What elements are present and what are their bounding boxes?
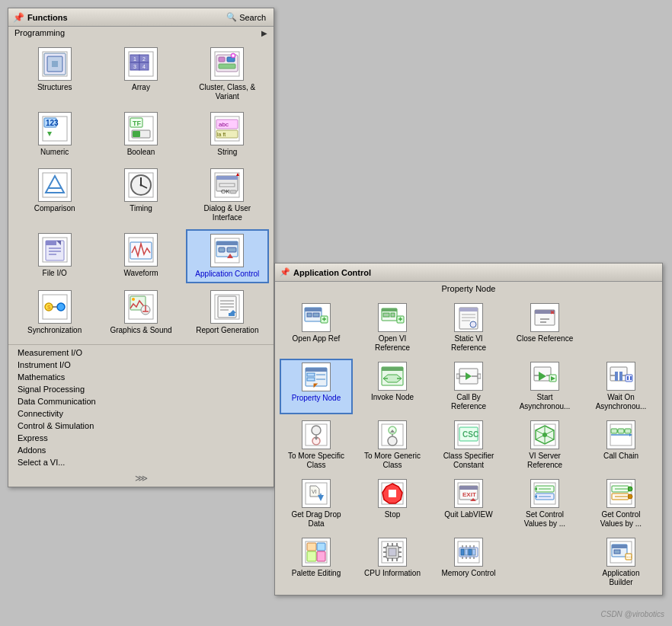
list-item-measurement[interactable]: Measurement I/O [14, 347, 267, 359]
app-icon-label-viserverref: VI Server Reference [517, 452, 574, 470]
app-icon-label-tospecific: To More Specific Class [288, 452, 345, 470]
list-item-instrument[interactable]: Instrument I/O [14, 359, 267, 371]
icon-structures[interactable]: Structures [13, 43, 96, 105]
list-item-signal[interactable]: Signal Processing [14, 383, 267, 395]
icon-togeneric[interactable]: To More Generic Class [356, 417, 429, 473]
icon-getcontrol[interactable]: Get Control Values by ... [584, 476, 658, 532]
icon-closeref[interactable]: Close Reference [508, 300, 581, 356]
icon-getdragdrop[interactable]: VI Get Drag Drop Data [280, 476, 353, 532]
svg-point-160 [542, 433, 547, 437]
app-icon-label-paletteedit: Palette Editing [292, 569, 341, 578]
icon-report[interactable]: Report Generation [186, 286, 269, 340]
list-item-express[interactable]: Express [14, 432, 267, 444]
icon-dialog[interactable]: OK Dialog & User Interface [186, 164, 269, 226]
app-icon-label-cpuinfo: CPU Information [364, 569, 421, 578]
icon-box-structures [38, 47, 72, 81]
icon-cpuinfo[interactable]: CPU Information [356, 535, 429, 590]
app-icon-label-callbyref: Call By Reference [440, 393, 498, 411]
icon-viserverref[interactable]: VI Server Reference [508, 417, 581, 473]
icon-box-dialog: OK [210, 168, 244, 202]
icon-box-openviref [378, 303, 407, 332]
icon-comparison[interactable]: Comparison [13, 164, 96, 226]
icon-sync[interactable]: S Synchronization [13, 286, 96, 340]
icon-fileio[interactable]: File I/O [13, 229, 96, 283]
icon-label-string: String [217, 148, 237, 157]
icon-invokenode[interactable]: Invoke Node [356, 359, 429, 414]
svg-rect-163 [618, 429, 624, 433]
svg-rect-162 [611, 429, 617, 433]
icon-box-memcontrol [454, 538, 483, 567]
list-item-datacomm[interactable]: Data Communication [14, 395, 267, 407]
icon-box-closeref [530, 303, 559, 332]
icon-quitlabview[interactable]: EXIT Quit LabVIEW [432, 476, 505, 532]
icon-label-boolean: Boolean [127, 148, 155, 157]
svg-rect-179 [459, 486, 478, 490]
icon-numeric[interactable]: 123 Numeric [13, 108, 96, 161]
icon-box-comparison [38, 168, 72, 202]
svg-point-41 [139, 184, 142, 187]
icon-label-structures: Structures [37, 83, 72, 92]
icon-boolean[interactable]: TF Boolean [99, 108, 182, 161]
icon-box-staticviref [454, 303, 483, 332]
svg-text:VI: VI [312, 489, 317, 494]
list-item-connectivity[interactable]: Connectivity [14, 407, 267, 420]
list-item-mathematics[interactable]: Mathematics [14, 371, 267, 383]
pin-icon: 📌 [13, 12, 24, 23]
svg-point-148 [388, 436, 397, 446]
more-arrows-icon: ⋙ [135, 473, 148, 484]
svg-text:la ft: la ft [217, 132, 226, 137]
icon-string[interactable]: abc la ft String [186, 108, 269, 161]
svg-text:CSC: CSC [462, 430, 478, 439]
icon-cluster[interactable]: Cluster, Class, & Variant [186, 43, 269, 105]
svg-point-19 [232, 55, 235, 57]
list-item-addons[interactable]: Addons [14, 444, 267, 456]
app-icon-label-stop: Stop [385, 510, 401, 519]
panel-subtitle: Programming ▶ [8, 27, 274, 39]
app-icon-label-memcontrol: Memory Control [441, 569, 495, 578]
icon-waitasync[interactable]: Wait On Asynchronou... [584, 359, 658, 414]
list-item-selectvi[interactable]: Select a VI... [14, 456, 267, 468]
icon-openappref[interactable]: Open App Ref [280, 300, 353, 356]
icon-classspecifier[interactable]: CSC Class Specifier Constant [432, 417, 505, 473]
icon-startasync[interactable]: Start Asynchronou... [508, 359, 581, 414]
icon-openviref[interactable]: Open VI Reference [356, 300, 429, 356]
icon-label-cluster: Cluster, Class, & Variant [193, 83, 261, 101]
icon-box-tospecific [302, 420, 331, 449]
icon-tospecific[interactable]: To More Specific Class [280, 417, 353, 473]
icon-array[interactable]: 1 2 3 4 Array [99, 43, 182, 105]
icon-box-stop [378, 479, 407, 508]
functions-panel: 📌 Functions 🔍 Search Programming ▶ Struc… [8, 8, 274, 487]
svg-rect-45 [219, 184, 235, 187]
icon-label-sync: Synchronization [27, 326, 82, 335]
icon-memcontrol[interactable]: Memory Control [432, 535, 505, 590]
icon-callbyref[interactable]: Call By Reference [432, 359, 505, 414]
svg-rect-62 [227, 248, 236, 252]
icon-box-string: abc la ft [210, 112, 244, 145]
icon-appbuilder[interactable]: ··· Application Builder [584, 535, 658, 590]
svg-rect-61 [219, 248, 225, 252]
app-icon-label-propnode: Property Node [292, 394, 341, 403]
icon-waveform[interactable]: Waveform [99, 229, 182, 283]
svg-rect-218 [461, 549, 464, 555]
icon-propnode[interactable]: Property Node [280, 359, 353, 414]
icon-staticviref[interactable]: Static VI Reference [432, 300, 505, 356]
svg-text:OK: OK [221, 188, 230, 195]
icon-setcontrol[interactable]: Set Control Values by ... [508, 476, 581, 532]
icon-box-getdragdrop: VI [302, 479, 331, 508]
icon-paletteedit[interactable]: Palette Editing [280, 535, 353, 590]
svg-rect-51 [46, 241, 56, 245]
icon-stop[interactable]: Stop [356, 476, 429, 532]
app-icon-label-openviref: Open VI Reference [364, 334, 421, 353]
icon-graphics[interactable]: Graphics & Sound [99, 286, 182, 340]
app-icon-label-quitlabview: Quit LabVIEW [444, 510, 492, 519]
svg-text:EXIT: EXIT [462, 491, 476, 498]
icon-box-setcontrol [530, 479, 559, 508]
search-button[interactable]: 🔍 Search [223, 11, 269, 23]
icon-callchain[interactable]: Call Chain [584, 417, 658, 473]
svg-text:···: ··· [626, 553, 632, 561]
icon-timing[interactable]: Timing [99, 164, 182, 226]
list-item-control[interactable]: Control & Simulation [14, 420, 267, 432]
icon-appcontrol[interactable]: Application Control [186, 229, 269, 283]
icon-box-getcontrol [606, 479, 635, 508]
app-icon-label-setcontrol: Set Control Values by ... [517, 510, 574, 529]
